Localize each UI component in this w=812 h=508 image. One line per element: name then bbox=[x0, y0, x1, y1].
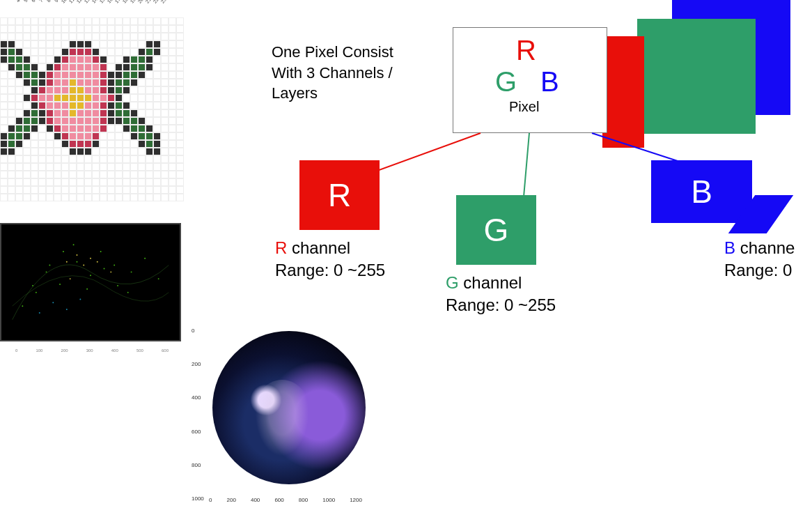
nebula-image bbox=[212, 331, 366, 484]
b-name: B bbox=[724, 238, 735, 257]
pixel-box-label: Pixel bbox=[509, 99, 539, 115]
svg-point-2 bbox=[36, 292, 37, 293]
svg-point-24 bbox=[76, 254, 77, 256]
stack-green-layer bbox=[637, 19, 756, 134]
b-range: Range: 0 bbox=[724, 259, 795, 282]
pixel-box-r-letter: R bbox=[516, 35, 536, 66]
nebula-face-shape bbox=[251, 380, 313, 463]
svg-point-5 bbox=[76, 261, 77, 263]
nebula-y-ticks: 02004006008001000 bbox=[192, 328, 204, 502]
svg-point-16 bbox=[86, 288, 88, 290]
pixel-box-b-letter: B bbox=[540, 66, 559, 98]
svg-point-25 bbox=[110, 271, 111, 272]
r-channel-box: R bbox=[299, 160, 380, 230]
svg-point-21 bbox=[83, 265, 84, 266]
svg-point-28 bbox=[52, 302, 54, 303]
svg-point-29 bbox=[66, 309, 68, 310]
stack-red-layer bbox=[602, 36, 644, 148]
svg-point-3 bbox=[49, 265, 50, 266]
nebula-image-frame: 02004006008001000 020040060080010001200 bbox=[198, 328, 373, 502]
g-channel-glyph: G bbox=[484, 211, 509, 249]
r-word: channel bbox=[287, 238, 350, 257]
b-channel-label: B channe Range: 0 bbox=[724, 237, 795, 282]
svg-point-19 bbox=[127, 292, 129, 293]
r-range: Range: 0 ~255 bbox=[275, 259, 385, 282]
svg-point-15 bbox=[73, 244, 75, 245]
svg-point-17 bbox=[100, 251, 102, 252]
svg-rect-0 bbox=[2, 224, 179, 340]
g-word: channel bbox=[459, 273, 522, 292]
svg-point-1 bbox=[22, 305, 23, 307]
svg-point-9 bbox=[131, 271, 132, 272]
annotation-line: With 3 Channels / bbox=[272, 63, 393, 84]
svg-point-26 bbox=[90, 258, 91, 259]
svg-point-30 bbox=[79, 298, 81, 300]
svg-point-10 bbox=[144, 258, 146, 259]
r-name: R bbox=[275, 238, 287, 257]
svg-point-14 bbox=[59, 284, 61, 285]
r-channel-label: R channel Range: 0 ~255 bbox=[275, 237, 385, 282]
pixel-art-column-numbers: 4567891011121314151617181920212223 bbox=[17, 0, 171, 5]
b-word: channe bbox=[735, 238, 795, 257]
pixel-annotation-text: One Pixel Consist With 3 Channels / Laye… bbox=[272, 42, 393, 104]
pixel-box: R G B Pixel bbox=[453, 27, 607, 133]
svg-point-8 bbox=[117, 285, 118, 286]
annotation-line: One Pixel Consist bbox=[272, 42, 393, 63]
svg-point-6 bbox=[90, 275, 91, 276]
annotation-line: Layers bbox=[272, 83, 393, 104]
scatter-x-ticks: 0100200300400500600 bbox=[15, 348, 169, 353]
b-channel-box: B bbox=[651, 160, 752, 223]
nebula-x-ticks: 020040060080010001200 bbox=[209, 497, 362, 503]
svg-point-23 bbox=[97, 261, 98, 263]
b-channel-parallelogram bbox=[728, 195, 794, 233]
g-channel-label: G channel Range: 0 ~255 bbox=[446, 272, 556, 317]
scatter-plot-image: 0100200300400500600 bbox=[0, 223, 181, 341]
g-channel-box: G bbox=[456, 195, 536, 265]
g-name: G bbox=[446, 273, 459, 292]
connector-g bbox=[523, 133, 530, 196]
r-channel-glyph: R bbox=[328, 176, 351, 214]
pixel-box-g-letter: G bbox=[495, 66, 517, 98]
pixel-art-cells bbox=[0, 17, 184, 201]
svg-point-27 bbox=[39, 312, 40, 314]
g-range: Range: 0 ~255 bbox=[446, 294, 556, 316]
svg-point-22 bbox=[70, 278, 71, 279]
svg-point-20 bbox=[66, 261, 68, 263]
svg-point-18 bbox=[114, 265, 115, 266]
svg-point-4 bbox=[63, 251, 64, 252]
b-channel-glyph: B bbox=[691, 173, 712, 210]
svg-point-7 bbox=[104, 268, 105, 269]
svg-point-11 bbox=[158, 278, 159, 279]
svg-point-13 bbox=[46, 271, 47, 272]
